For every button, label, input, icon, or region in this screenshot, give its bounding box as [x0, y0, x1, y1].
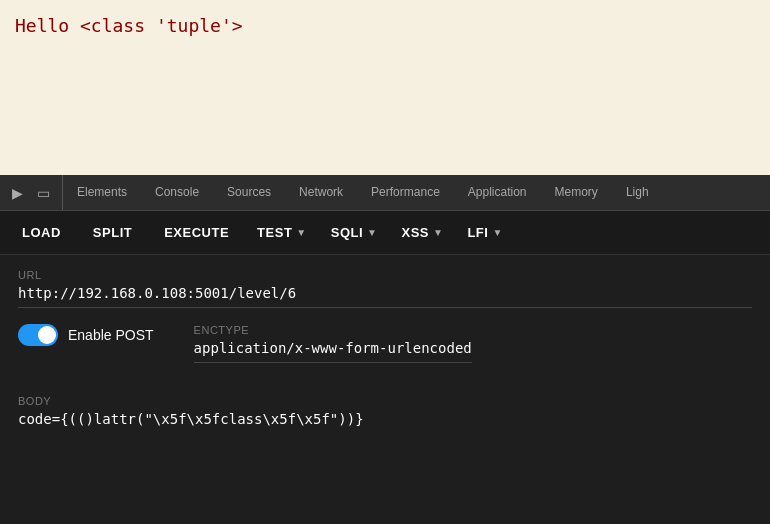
execute-button[interactable]: EXECUTE — [150, 219, 243, 246]
tab-network[interactable]: Network — [285, 175, 357, 210]
cursor-icon[interactable]: ▶ — [8, 183, 27, 203]
inline-fields: Enable POST enctype application/x-www-fo… — [18, 324, 752, 379]
body-group: Body code={(()lattr("\x5f\x5fclass\x5f\x… — [18, 395, 752, 433]
enctype-group: enctype application/x-www-form-urlencode… — [194, 324, 472, 363]
devtools-panel: ▶ ▭ Elements Console Sources Network Per… — [0, 175, 770, 524]
tab-elements[interactable]: Elements — [63, 175, 141, 210]
toggle-group: Enable POST — [18, 324, 154, 346]
tab-sources[interactable]: Sources — [213, 175, 285, 210]
xss-button[interactable]: XSS ▼ — [391, 219, 453, 246]
form-content: URL http://192.168.0.108:5001/level/6 En… — [0, 255, 770, 524]
device-icon[interactable]: ▭ — [33, 183, 54, 203]
devtools-topbar: ▶ ▭ Elements Console Sources Network Per… — [0, 175, 770, 211]
tab-memory[interactable]: Memory — [541, 175, 612, 210]
test-dropdown-arrow: ▼ — [296, 227, 306, 238]
enctype-label: enctype — [194, 324, 472, 336]
split-button[interactable]: SPLIT — [79, 219, 146, 246]
enctype-value[interactable]: application/x-www-form-urlencoded — [194, 340, 472, 363]
xss-dropdown-arrow: ▼ — [433, 227, 443, 238]
lfi-button[interactable]: LFI ▼ — [457, 219, 512, 246]
tab-performance[interactable]: Performance — [357, 175, 454, 210]
lfi-dropdown-arrow: ▼ — [492, 227, 502, 238]
enable-post-toggle[interactable] — [18, 324, 58, 346]
page-content-area: Hello <class 'tuple'> — [0, 0, 770, 175]
nav-toolbar: LOAD SPLIT EXECUTE TEST ▼ SQLI ▼ XSS ▼ L… — [0, 211, 770, 255]
devtools-tabs: Elements Console Sources Network Perform… — [63, 175, 663, 210]
toggle-knob — [38, 326, 56, 344]
sqli-button[interactable]: SQLI ▼ — [321, 219, 388, 246]
url-group: URL http://192.168.0.108:5001/level/6 — [18, 269, 752, 308]
tab-lighthouse[interactable]: Ligh — [612, 175, 663, 210]
url-label: URL — [18, 269, 752, 281]
body-value[interactable]: code={(()lattr("\x5f\x5fclass\x5f\x5f"))… — [18, 411, 752, 433]
page-output-text: Hello <class 'tuple'> — [15, 15, 243, 36]
tab-application[interactable]: Application — [454, 175, 541, 210]
test-button[interactable]: TEST ▼ — [247, 219, 317, 246]
devtools-icon-group: ▶ ▭ — [0, 175, 63, 210]
sqli-dropdown-arrow: ▼ — [367, 227, 377, 238]
load-button[interactable]: LOAD — [8, 219, 75, 246]
url-value[interactable]: http://192.168.0.108:5001/level/6 — [18, 285, 752, 308]
tab-console[interactable]: Console — [141, 175, 213, 210]
enable-post-label: Enable POST — [68, 327, 154, 343]
body-label: Body — [18, 395, 752, 407]
